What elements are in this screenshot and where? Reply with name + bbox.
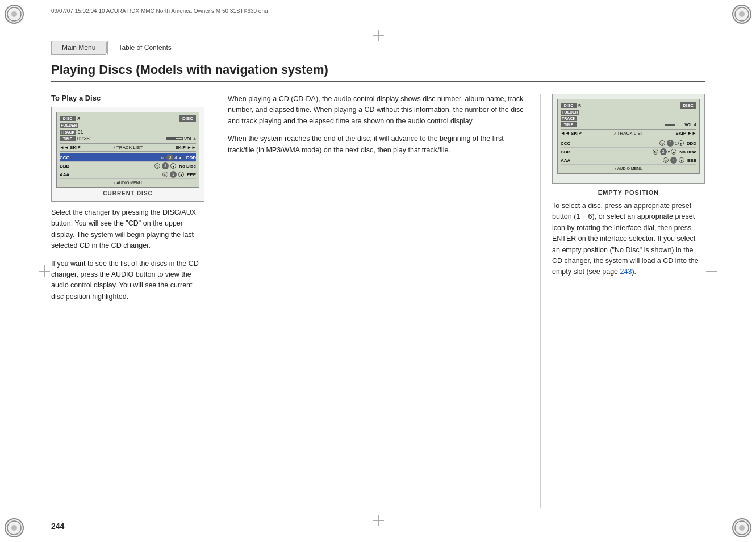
right-cd-display-box: DISC 5 DISC FOLDER TRACK TIME [552, 94, 705, 184]
track3-right: EEE [187, 172, 196, 177]
svg-point-1 [11, 11, 17, 17]
corner-decoration-tl [5, 5, 24, 24]
track2-right: No Disc [179, 164, 196, 169]
content-area: To Play a Disc DISC 3 DISC FOLDER [51, 94, 705, 508]
track-list-label: ♪ TRACK LIST [113, 145, 143, 150]
right-track3-cd-icon: ● [679, 157, 684, 163]
right-skip-right[interactable]: SKIP ►► [675, 131, 696, 136]
cd-folder-row: FOLDER [60, 123, 196, 128]
vol-bar [166, 137, 183, 140]
right-track3-icon: ↻ [663, 157, 669, 163]
file-info-bar: 09/07/07 15:02:04 10 ACURA RDX MMC North… [51, 8, 268, 14]
svg-point-7 [739, 525, 745, 531]
audio-menu-btn[interactable]: ♪ AUDIO MENU [60, 181, 196, 185]
track-row-3: AAA ↻ 1 ● EEE [60, 170, 196, 179]
right-track-row-1: CCC ↻ 3 1 ● DDD [561, 139, 696, 148]
right-vol-bar [665, 124, 682, 126]
corner-decoration-tr [732, 5, 751, 24]
middle-paragraph-2: When the system reaches the end of the d… [228, 134, 529, 156]
right-skip-left[interactable]: ◄◄ SKIP [561, 131, 582, 136]
corner-decoration-bl [5, 518, 24, 537]
svg-point-3 [739, 11, 745, 17]
crosshair-ml [39, 265, 50, 277]
vol-label: VOL [184, 137, 192, 141]
right-track1-name: CCC [561, 141, 659, 146]
folder-label: FOLDER [60, 123, 78, 128]
corner-decoration-br [732, 518, 751, 537]
skip-left-btn[interactable]: ◄◄ SKIP [60, 145, 81, 150]
right-track2-cd-icon: ● [671, 149, 676, 155]
page-title: Playing Discs (Models with navigation sy… [51, 62, 705, 82]
crosshair-bottom [373, 515, 384, 526]
left-column: To Play a Disc DISC 3 DISC FOLDER [51, 94, 216, 508]
track1-pos: 4 [174, 155, 177, 160]
track1-icon: ↻ [159, 155, 165, 160]
right-track3-name: AAA [561, 158, 662, 163]
track1-cd-icon: ● [178, 155, 183, 160]
right-track-label: TRACK [561, 116, 577, 121]
right-folder-row: FOLDER [561, 110, 696, 115]
right-cd-display-inner: DISC 5 DISC FOLDER TRACK TIME [557, 99, 700, 174]
right-track1-icon: ↻ [659, 140, 665, 146]
right-track-row-2: BBB ↻ 2 5 ● No Disc [561, 148, 696, 156]
cd-controls-row: ◄◄ SKIP ♪ TRACK LIST SKIP ►► [60, 143, 196, 152]
right-track2-name: BBB [561, 149, 652, 155]
middle-column: When playing a CD (CD-DA), the audio con… [216, 94, 540, 508]
right-disc-badge: DISC [680, 102, 696, 109]
right-folder-label: FOLDER [561, 110, 579, 115]
right-disc-value: 5 [578, 103, 581, 109]
page-wrapper: 09/07/07 15:02:04 10 ACURA RDX MMC North… [0, 0, 756, 542]
skip-right-btn[interactable]: SKIP ►► [175, 145, 196, 150]
right-paragraph: To select a disc, press an appropriate p… [552, 201, 705, 278]
right-track-row: TRACK [561, 116, 696, 121]
track-row-2: BBB ↻ 2 ● No Disc [60, 162, 196, 170]
right-audio-menu-btn[interactable]: ♪ AUDIO MENU [561, 166, 696, 170]
cd-track-info-row: TRACK 01 [60, 129, 196, 135]
track1-right: DDD [186, 155, 196, 160]
right-cd-disc-row: DISC 5 DISC [561, 102, 696, 109]
track3-cd-icon: ● [178, 172, 184, 177]
svg-point-5 [11, 525, 17, 531]
nav-tabs: Main Menu Table of Contents [51, 41, 182, 55]
track2-cd-icon: ● [170, 163, 176, 169]
right-vol-label: VOL [684, 123, 692, 127]
disc-badge: DISC [179, 115, 196, 122]
cd-display-inner: DISC 3 DISC FOLDER TRACK 01 T [56, 112, 199, 188]
right-controls-row: ◄◄ SKIP ♪ TRACK LIST SKIP ►► [561, 129, 696, 137]
right-time-label: TIME [561, 122, 577, 127]
right-track1-cd-icon: ● [678, 140, 684, 146]
right-column: DISC 5 DISC FOLDER TRACK TIME [540, 94, 705, 508]
track3-disc: 1 [170, 171, 177, 178]
right-track2-disc: 2 [660, 148, 667, 155]
right-time-row: TIME VOL 4 [561, 122, 696, 127]
track1-disc: 3 [166, 154, 173, 161]
right-track3-right: EEE [687, 158, 696, 163]
disc-label: DISC [60, 116, 76, 121]
cd-disc-row: DISC 3 DISC [60, 115, 196, 122]
track2-disc: 2 [162, 162, 169, 169]
right-vol-area: VOL 4 [664, 122, 696, 127]
page-link-243[interactable]: 243 [620, 268, 632, 276]
cd-time-row: TIME 02'35" VOL 4 [60, 136, 196, 141]
left-paragraph-1: Select the changer by pressing the DISC/… [51, 207, 204, 252]
file-info-text: 09/07/07 15:02:04 10 ACURA RDX MMC North… [51, 8, 268, 14]
time-label: TIME [60, 136, 76, 141]
crosshair-top [373, 30, 384, 41]
vol-value: 4 [194, 136, 196, 141]
left-section-heading: To Play a Disc [51, 94, 204, 102]
crosshair-mr [706, 265, 717, 277]
track-value: 01 [78, 129, 83, 135]
track-label: TRACK [60, 130, 76, 135]
empty-position-label: EMPTY POSITION [552, 189, 705, 196]
right-vol-value: 4 [694, 122, 696, 127]
right-track2-right: No Disc [679, 149, 696, 155]
middle-paragraph-1: When playing a CD (CD-DA), the audio con… [228, 94, 529, 127]
right-disc-label: DISC [561, 103, 577, 108]
right-track1-pos: 1 [675, 141, 677, 146]
right-track2-pos: 5 [668, 149, 670, 155]
right-track3-disc: 1 [670, 157, 677, 164]
current-disc-label: CURRENT DISC [56, 190, 199, 197]
page-number: 244 [51, 522, 64, 531]
table-of-contents-tab[interactable]: Table of Contents [107, 41, 182, 55]
main-menu-tab[interactable]: Main Menu [51, 41, 106, 55]
